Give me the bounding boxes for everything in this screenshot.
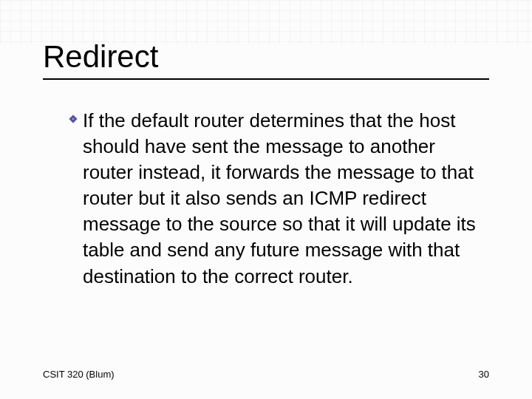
page-number: 30	[479, 369, 489, 380]
bullet-item: If the default router determines that th…	[68, 108, 489, 290]
slide: Redirect If the default router determine…	[0, 0, 532, 399]
bullet-text: If the default router determines that th…	[83, 108, 489, 290]
slide-body: If the default router determines that th…	[68, 108, 489, 290]
footer-left: CSIT 320 (Blum)	[43, 369, 115, 380]
title-block: Redirect	[43, 40, 489, 80]
slide-title: Redirect	[43, 40, 489, 74]
header-grid-decoration	[0, 0, 532, 44]
title-underline	[43, 78, 489, 80]
diamond-bullet-icon	[68, 114, 78, 124]
